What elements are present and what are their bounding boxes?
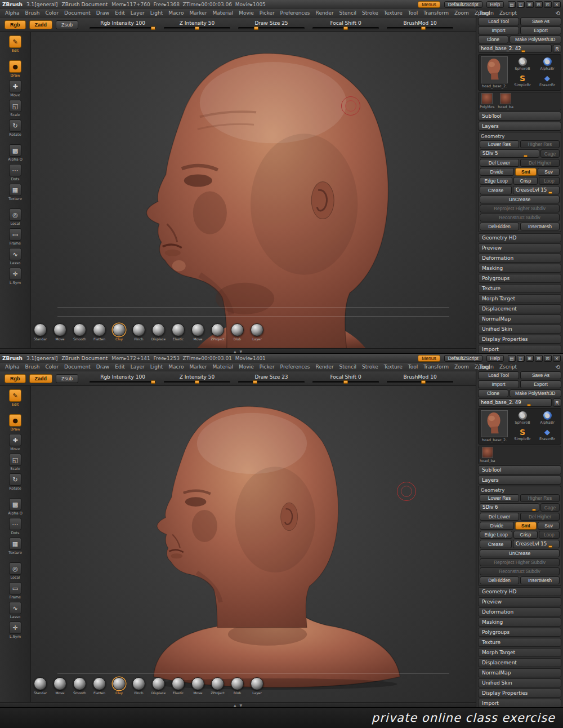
menu-item[interactable]: Transform	[421, 10, 452, 16]
palette-section[interactable]: Texture	[478, 284, 561, 293]
tool-preset[interactable]: S SimpleBr	[511, 427, 534, 443]
menu-item[interactable]: Macro	[166, 10, 186, 16]
scroll-up-icon[interactable]: ▲	[234, 703, 236, 707]
default-zscript-button[interactable]: DefaultZScript	[444, 355, 482, 362]
higher-res-button[interactable]: Higher Res	[520, 494, 560, 502]
del-hidden-button[interactable]: DelHidden	[480, 223, 519, 230]
brush-item[interactable]: Smooth	[72, 323, 88, 341]
subtool-section[interactable]: SubTool	[478, 112, 561, 121]
del-higher-button[interactable]: Del Higher	[520, 513, 560, 521]
menu-item[interactable]: Edit	[112, 364, 127, 370]
reproject-button[interactable]: Reproject Higher Subdiv	[480, 558, 560, 566]
window-minimize-icon[interactable]: ⊟	[535, 355, 543, 362]
menu-item[interactable]: Color	[43, 364, 62, 370]
shelf-item[interactable]: ✎ Edit	[2, 389, 28, 407]
layers-section[interactable]: Layers	[478, 122, 561, 131]
palette-section[interactable]: Displacement	[478, 304, 561, 313]
slider-handle-icon[interactable]	[195, 380, 199, 384]
recent-tool-thumbnail[interactable]: PolyMes	[480, 93, 494, 109]
shelf-item[interactable]: ⋯ Dots	[2, 163, 28, 182]
palette-section[interactable]: NormalMap	[478, 668, 561, 677]
slider-handle-icon[interactable]	[343, 380, 348, 384]
save-as-button[interactable]: Save As	[520, 17, 561, 25]
brush-item[interactable]: Layer	[249, 323, 265, 341]
menu-item[interactable]: Zplugin	[472, 364, 497, 370]
tool-preset[interactable]: ● SphereB	[511, 410, 534, 426]
shelf-item[interactable]: ▭ Frame	[2, 581, 28, 600]
tool-preset[interactable]: ◆ EraserBr	[535, 73, 559, 89]
shelf-item[interactable]: ◎ Local	[2, 562, 28, 580]
window-dock-icon[interactable]: ▤	[508, 355, 516, 362]
loop-toggle[interactable]: Loop	[539, 531, 560, 539]
brush-item[interactable]: ZProject	[209, 323, 226, 341]
shelf-item[interactable]: ∿ Lasso	[2, 247, 28, 266]
slider-handle-icon[interactable]	[524, 155, 528, 157]
shelf-item[interactable]: ⋯ Dots	[2, 517, 28, 536]
r-button[interactable]: R	[553, 398, 561, 407]
menu-item[interactable]: Alpha	[2, 10, 23, 16]
shelf-item[interactable]: ◱ Scale	[2, 99, 28, 118]
window-dock-icon[interactable]: ▤	[508, 1, 516, 8]
shelf-item[interactable]: ↻ Rotate	[2, 473, 28, 491]
reconstruct-button[interactable]: Reconstruct Subdiv	[480, 214, 560, 221]
slider-handle-icon[interactable]	[343, 26, 348, 30]
menu-item[interactable]: Preferences	[278, 364, 313, 370]
menu-item[interactable]: Picker	[257, 364, 278, 370]
palette-section[interactable]: Masking	[478, 264, 561, 273]
brush-item[interactable]: Clay	[111, 323, 127, 341]
cage-button[interactable]: Cage	[540, 149, 560, 158]
shelf-item[interactable]: ✚ Move	[2, 433, 28, 452]
load-tool-button[interactable]: Load Tool	[478, 371, 519, 379]
del-higher-button[interactable]: Del Higher	[520, 159, 560, 167]
crease-button[interactable]: Crease	[480, 540, 512, 548]
subtool-section[interactable]: SubTool	[478, 465, 561, 474]
menu-item[interactable]: Movie	[236, 364, 257, 370]
zsub-mode-button[interactable]: Zsub	[56, 374, 78, 383]
menu-item[interactable]: Zoom	[452, 364, 472, 370]
menu-item[interactable]: Tool	[405, 364, 421, 370]
suv-toggle[interactable]: Suv	[538, 168, 560, 176]
reconstruct-button[interactable]: Reconstruct Subdiv	[480, 567, 560, 575]
window-minimize-icon[interactable]: ⊟	[535, 1, 543, 8]
palette-section[interactable]: Morph Target	[478, 648, 561, 657]
window-grid-icon[interactable]: ⊞	[526, 1, 534, 8]
r-button[interactable]: R	[553, 45, 561, 53]
palette-section[interactable]: Geometry HD	[478, 233, 561, 242]
slider-handle-icon[interactable]	[521, 50, 525, 52]
brush-item[interactable]: Smooth	[72, 677, 88, 695]
brush-item[interactable]: Elastic	[170, 323, 186, 341]
brush-item[interactable]: Clay	[111, 677, 127, 695]
load-tool-button[interactable]: Load Tool	[478, 17, 519, 25]
crisp-toggle[interactable]: Crisp	[513, 531, 538, 539]
palette-section[interactable]: Display Properties	[478, 689, 561, 698]
slider-handle-icon[interactable]	[195, 26, 199, 30]
export-button[interactable]: Export	[520, 380, 561, 388]
lower-res-button[interactable]: Lower Res	[480, 494, 519, 502]
palette-section[interactable]: Display Properties	[478, 335, 561, 344]
shelf-item[interactable]: ✛ L.Sym	[2, 621, 28, 640]
menu-item[interactable]: Layer	[128, 364, 148, 370]
shelf-item[interactable]: ● Draw	[2, 60, 28, 78]
menu-item[interactable]: Macro	[166, 364, 186, 370]
shelf-item[interactable]: ● Draw	[2, 414, 28, 432]
palette-section[interactable]: Masking	[478, 618, 561, 627]
menu-item[interactable]: Texture	[381, 364, 405, 370]
import-button[interactable]: Import	[478, 26, 519, 34]
toolbar-slider[interactable]: Focal Shift 0	[312, 20, 379, 29]
toolbar-slider[interactable]: BrushMod 10	[387, 20, 453, 29]
menu-item[interactable]: Light	[148, 10, 166, 16]
zadd-mode-button[interactable]: Zadd	[29, 20, 53, 29]
toolbar-slider[interactable]: Draw Size 25	[238, 20, 305, 29]
restore-config-icon[interactable]: ⟲	[556, 364, 560, 370]
menu-item[interactable]: Marker	[186, 364, 209, 370]
menu-item[interactable]: Material	[210, 10, 236, 16]
tool-preset[interactable]: S SimpleBr	[511, 73, 534, 89]
rgb-mode-button[interactable]: Rgb	[5, 374, 26, 383]
brush-item[interactable]: Elastic	[170, 677, 186, 695]
palette-section[interactable]: Displacement	[478, 658, 561, 667]
recent-tool-thumbnail[interactable]: head_ba	[480, 447, 495, 463]
save-as-button[interactable]: Save As	[520, 371, 561, 379]
slider-handle-icon[interactable]	[254, 26, 258, 30]
tool-preset[interactable]: ● SphereB	[511, 56, 534, 72]
edge-loop-button[interactable]: Edge Loop	[480, 177, 512, 185]
